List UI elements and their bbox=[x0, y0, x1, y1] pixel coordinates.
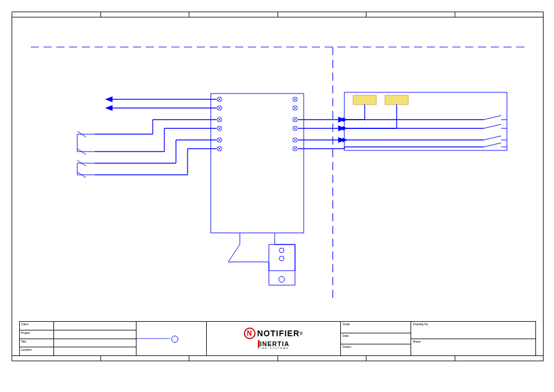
logo-panel: N NOTIFIER ® INERTIA FIRE SYSTEMS bbox=[207, 322, 341, 355]
registered-icon: ® bbox=[300, 332, 303, 336]
tb-field: Sheet bbox=[411, 339, 535, 356]
tb-label: Client bbox=[20, 322, 54, 330]
tb-value bbox=[54, 322, 136, 330]
svg-rect-2 bbox=[211, 93, 304, 233]
svg-line-94 bbox=[484, 143, 501, 147]
wiring-diagram bbox=[19, 18, 536, 320]
svg-rect-70 bbox=[353, 95, 376, 105]
svg-rect-39 bbox=[269, 244, 295, 271]
svg-marker-98 bbox=[343, 138, 347, 142]
svg-line-92 bbox=[484, 136, 501, 140]
top-ruler bbox=[12, 12, 543, 17]
svg-point-40 bbox=[279, 248, 284, 253]
tb-label: Project bbox=[20, 330, 54, 339]
drawing-frame: Client Project Title Location N NOTIFIER… bbox=[12, 12, 544, 361]
notifier-logo: N NOTIFIER ® bbox=[244, 328, 304, 339]
tb-field: Scale bbox=[341, 322, 411, 333]
tb-field: Drawn bbox=[341, 344, 411, 355]
svg-rect-71 bbox=[385, 95, 408, 105]
bottom-ruler bbox=[12, 355, 543, 361]
tb-label: Location bbox=[20, 347, 54, 355]
svg-marker-96 bbox=[343, 117, 347, 122]
tb-label: Title bbox=[20, 339, 54, 347]
title-block: Client Project Title Location N NOTIFIER… bbox=[19, 321, 536, 356]
svg-point-42 bbox=[279, 276, 285, 282]
svg-line-90 bbox=[484, 124, 501, 128]
titleblock-left: Client Project Title Location bbox=[20, 322, 136, 355]
titleblock-right: Scale Date Drawn Drawing No. Sheet bbox=[341, 322, 535, 355]
inertia-sub: FIRE SYSTEMS bbox=[258, 347, 289, 350]
notifier-text: NOTIFIER bbox=[257, 329, 300, 338]
notifier-n-icon: N bbox=[244, 328, 256, 339]
tb-value bbox=[54, 330, 136, 339]
svg-marker-44 bbox=[106, 97, 112, 102]
tb-value bbox=[54, 347, 136, 355]
schematic-area bbox=[19, 18, 536, 320]
svg-point-41 bbox=[279, 256, 284, 261]
tb-value bbox=[54, 339, 136, 347]
tb-field: Drawing No. bbox=[411, 322, 535, 339]
svg-marker-46 bbox=[106, 106, 112, 110]
titleblock-revision bbox=[136, 322, 207, 355]
tb-field: Date bbox=[341, 333, 411, 345]
svg-marker-97 bbox=[343, 126, 347, 131]
svg-line-88 bbox=[484, 116, 501, 120]
